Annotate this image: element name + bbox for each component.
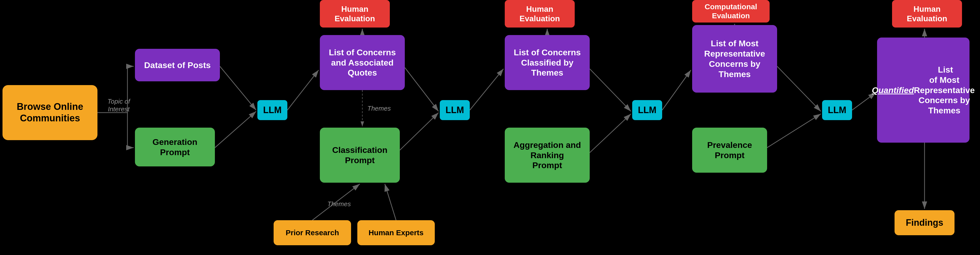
aggregation-prompt-node: Aggregation andRankingPrompt: [505, 128, 590, 183]
svg-line-7: [215, 111, 256, 148]
svg-line-22: [852, 93, 876, 110]
most-rep-label: List of MostRepresentativeConcerns byThe…: [704, 38, 765, 79]
llm2-label: LLM: [445, 104, 464, 115]
human-eval2-label: HumanEvaluation: [520, 4, 560, 24]
human-eval1-node: HumanEvaluation: [320, 0, 390, 27]
llm3-label: LLM: [638, 104, 656, 115]
svg-line-18: [662, 70, 691, 110]
findings-label: Findings: [906, 217, 943, 228]
concerns-themes-node: List of ConcernsClassified byThemes: [505, 35, 590, 90]
concerns-themes-label: List of ConcernsClassified byThemes: [514, 47, 581, 78]
llm4-node: LLM: [822, 100, 852, 120]
human-eval3-node: HumanEvaluation: [892, 0, 962, 27]
svg-line-16: [590, 69, 631, 111]
svg-line-10: [405, 67, 439, 111]
concerns-quotes-node: List of Concernsand AssociatedQuotes: [320, 35, 405, 90]
svg-line-14: [470, 69, 503, 110]
llm1-node: LLM: [258, 100, 287, 120]
llm4-label: LLM: [828, 104, 846, 115]
prior-research-node: Prior Research: [274, 220, 351, 245]
topic-of-interest-label: Topic ofInterest: [107, 98, 130, 113]
concerns-quotes-label: List of Concernsand AssociatedQuotes: [329, 47, 396, 78]
browse-online-communities-node: Browse OnlineCommunities: [3, 85, 97, 140]
svg-line-21: [767, 114, 821, 148]
dataset-label: Dataset of Posts: [144, 60, 211, 70]
quantified-label: Quantified: [872, 85, 914, 95]
comp-eval-node: ComputationalEvaluation: [692, 0, 770, 22]
prevalence-label: PrevalencePrompt: [707, 140, 752, 160]
human-eval1-label: HumanEvaluation: [334, 4, 375, 24]
comp-eval-label: ComputationalEvaluation: [705, 2, 757, 20]
classification-prompt-node: ClassificationPrompt: [320, 128, 400, 183]
aggregation-label: Aggregation andRankingPrompt: [514, 140, 581, 170]
prevalence-prompt-node: PrevalencePrompt: [692, 128, 767, 173]
human-experts-node: Human Experts: [357, 220, 435, 245]
generation-label: GenerationPrompt: [153, 137, 197, 157]
browse-label: Browse OnlineCommunities: [17, 101, 83, 124]
llm3-node: LLM: [632, 100, 662, 120]
prior-research-label: Prior Research: [286, 228, 339, 237]
quantified-node: Quantified Listof MostRepresentativeConc…: [877, 37, 969, 143]
themes-label-2: Themes: [327, 200, 351, 208]
most-rep-node: List of MostRepresentativeConcerns byThe…: [692, 25, 777, 93]
human-eval3-label: HumanEvaluation: [907, 4, 947, 24]
svg-line-11: [400, 112, 439, 150]
svg-line-20: [777, 66, 821, 111]
llm2-node: LLM: [440, 100, 470, 120]
classification-label: ClassificationPrompt: [332, 145, 387, 165]
llm1-label: LLM: [263, 104, 282, 115]
quantified-label-rest: Listof MostRepresentativeConcerns byThem…: [914, 64, 975, 115]
generation-prompt-node: GenerationPrompt: [135, 128, 215, 167]
human-eval2-node: HumanEvaluation: [505, 0, 575, 27]
dataset-of-posts-node: Dataset of Posts: [135, 49, 220, 81]
svg-line-17: [590, 114, 631, 152]
human-experts-label: Human Experts: [369, 228, 423, 237]
svg-line-8: [287, 70, 318, 110]
themes-label-1: Themes: [368, 104, 391, 112]
svg-line-13: [385, 184, 396, 220]
svg-line-6: [220, 66, 256, 110]
findings-node: Findings: [894, 210, 955, 235]
